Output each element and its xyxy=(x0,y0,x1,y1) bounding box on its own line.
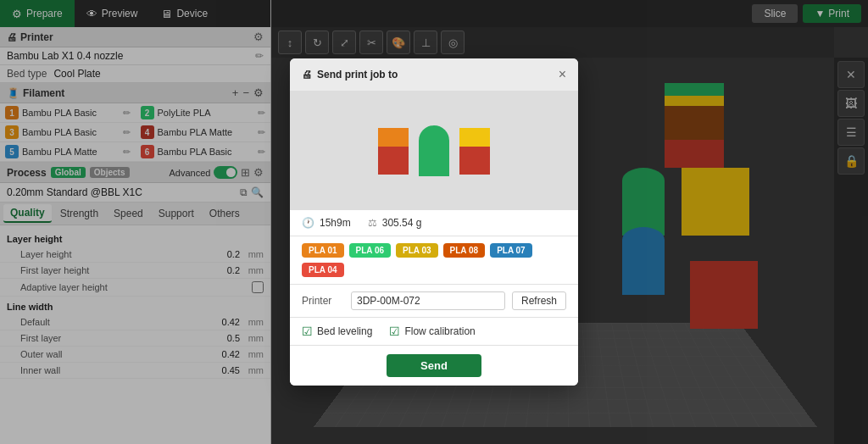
pla-tag-06: PLA 06 xyxy=(349,243,392,258)
stat-time-value: 15h9m xyxy=(320,217,351,229)
pla-tag-08: PLA 08 xyxy=(443,243,486,258)
modal-header: 🖨 Send print job to × xyxy=(290,58,578,92)
send-print-modal: 🖨 Send print job to × xyxy=(290,58,578,386)
stat-time: 🕐 15h9m xyxy=(302,217,351,229)
flow-calibration-check: ☑ Flow calibration xyxy=(389,325,475,338)
bed-leveling-check: ☑ Bed leveling xyxy=(302,325,372,338)
pla-tags: PLA 01 PLA 06 PLA 03 PLA 08 PLA 07 PLA 0… xyxy=(290,236,578,285)
preview-shape-3 xyxy=(459,128,490,175)
pla-tag-04: PLA 04 xyxy=(302,263,344,277)
flow-calibration-check-icon[interactable]: ☑ xyxy=(389,325,400,338)
modal-checks-row: ☑ Bed leveling ☑ Flow calibration xyxy=(290,318,578,346)
stat-weight-value: 305.54 g xyxy=(382,217,422,229)
modal-title-text: Send print job to xyxy=(317,69,398,80)
bed-leveling-check-icon[interactable]: ☑ xyxy=(302,325,313,338)
modal-printer-label: Printer xyxy=(302,295,344,307)
viewport-area: Slice ▼ Print ↕ ↻ ⤢ ✂ 🎨 ⊥ ◎ xyxy=(271,0,868,444)
modal-footer: Send xyxy=(290,346,578,386)
modal-close-button[interactable]: × xyxy=(559,67,566,82)
preview-shape-2 xyxy=(419,125,449,176)
pla-tag-01: PLA 01 xyxy=(302,243,344,258)
modal-printer-icon: 🖨 xyxy=(302,69,312,80)
modal-preview xyxy=(290,92,578,210)
pla-tag-03: PLA 03 xyxy=(396,243,438,258)
preview-shape-1 xyxy=(378,128,409,175)
bed-leveling-label: Bed leveling xyxy=(317,325,372,337)
pla-tag-07: PLA 07 xyxy=(490,243,532,258)
clock-icon: 🕐 xyxy=(302,217,314,229)
modal-stats: 🕐 15h9m ⚖ 305.54 g xyxy=(290,210,578,236)
stat-weight: ⚖ 305.54 g xyxy=(368,217,422,229)
weight-icon: ⚖ xyxy=(368,217,377,229)
modal-printer-input[interactable] xyxy=(351,291,505,310)
flow-calibration-label: Flow calibration xyxy=(404,325,475,337)
modal-refresh-button[interactable]: Refresh xyxy=(512,291,566,310)
modal-printer-row: Printer Refresh xyxy=(290,285,578,318)
modal-overlay: 🖨 Send print job to × xyxy=(271,0,868,444)
send-button[interactable]: Send xyxy=(387,354,481,377)
